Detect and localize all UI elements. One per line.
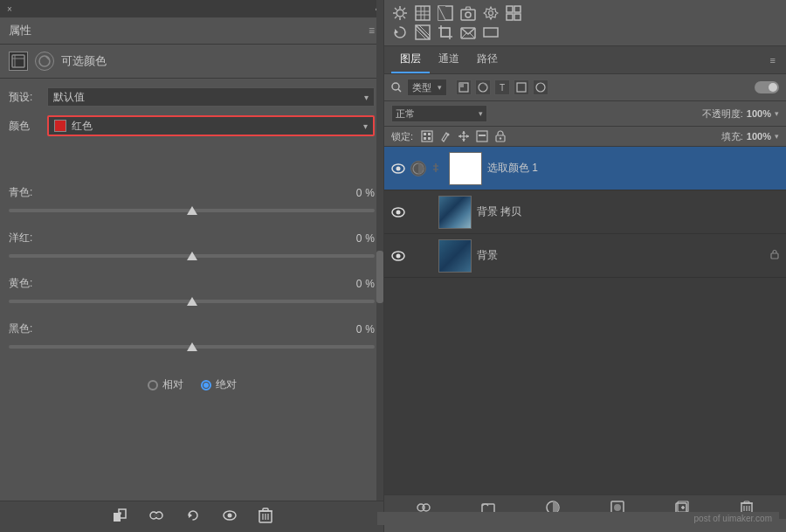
slider-cyan-percent: %	[365, 187, 375, 199]
lock-all-icon[interactable]	[493, 129, 507, 143]
close-icon[interactable]: ×	[7, 4, 12, 14]
lock-move-icon[interactable]	[457, 129, 471, 143]
crop-icon[interactable]	[437, 24, 454, 40]
sun-icon[interactable]	[391, 5, 409, 21]
delete-button[interactable]	[255, 506, 276, 528]
svg-rect-97	[744, 501, 749, 503]
reset-button[interactable]	[182, 506, 204, 528]
filter-shape-icon[interactable]	[514, 79, 529, 95]
panel-menu-icon[interactable]: ≡	[369, 24, 375, 37]
right-panel: 图层 通道 路径 ≡ 类型 ▾	[384, 0, 786, 532]
filter-toggle[interactable]	[755, 81, 779, 93]
svg-rect-0	[12, 55, 24, 67]
slider-yellow-percent: %	[365, 278, 375, 290]
svg-rect-37	[507, 6, 513, 12]
tab-paths[interactable]: 路径	[468, 46, 507, 73]
adj-icon-1[interactable]	[9, 52, 28, 71]
svg-point-75	[396, 166, 401, 170]
layer-thumbnail-bg	[438, 239, 472, 273]
left-panel-scrollbar-thumb[interactable]	[376, 251, 383, 303]
svg-point-51	[392, 83, 399, 90]
app-grid-icon[interactable]	[505, 5, 522, 21]
color-row: 颜色 红色 ▾	[9, 115, 375, 136]
opacity-value[interactable]: 100%	[747, 108, 771, 119]
adj-icon-2[interactable]	[35, 52, 54, 71]
preset-arrow: ▾	[364, 93, 369, 102]
svg-point-11	[227, 514, 231, 518]
diagonal-gradient-icon[interactable]	[414, 24, 431, 40]
rotate-icon[interactable]	[391, 24, 409, 40]
color-select-wrapper: 红色 ▾	[47, 115, 375, 136]
camera-icon[interactable]	[459, 5, 477, 21]
slider-magenta-track-wrapper[interactable]	[9, 248, 375, 264]
layer-visibility-1[interactable]	[391, 162, 405, 176]
filter-icons-group: T	[456, 79, 548, 95]
slider-magenta-label: 洋红:	[9, 231, 32, 245]
layer-thumbnail-bg-copy	[438, 196, 472, 229]
filter-adjustment-icon[interactable]	[475, 79, 491, 95]
fill-value[interactable]: 100%	[747, 131, 771, 142]
radio-relative-label: 相对	[162, 377, 183, 392]
slider-yellow-value: 0	[335, 278, 362, 290]
opacity-label: 不透明度:	[702, 107, 743, 121]
filter-pixel-icon[interactable]	[456, 79, 472, 95]
svg-rect-54	[459, 83, 464, 87]
lock-pixels-icon[interactable]	[420, 129, 434, 143]
rect-icon[interactable]	[482, 24, 500, 40]
tab-channels[interactable]: 通道	[430, 46, 468, 73]
blend-mode-select[interactable]: 正常 ▾	[391, 105, 487, 122]
slider-cyan-track-wrapper[interactable]	[9, 203, 375, 218]
lock-paint-icon[interactable]	[438, 129, 452, 143]
clip-to-layer-button[interactable]	[108, 506, 131, 528]
svg-point-18	[396, 10, 403, 17]
lock-artboard-icon[interactable]	[475, 129, 489, 143]
slider-black-value: 0	[335, 323, 362, 335]
grid-image-icon[interactable]	[414, 5, 431, 21]
slider-black-thumb[interactable]	[187, 342, 197, 351]
slider-yellow-track	[9, 300, 375, 303]
svg-marker-66	[462, 131, 465, 134]
svg-rect-71	[479, 135, 486, 136]
color-select[interactable]: 红色 ▾	[47, 115, 375, 136]
post-credit: post of uimaker.com	[377, 512, 779, 525]
mask-link-button[interactable]	[145, 506, 168, 528]
left-panel-scrollbar[interactable]	[376, 0, 383, 501]
slider-black-track-wrapper[interactable]	[9, 339, 375, 355]
filter-smart-icon[interactable]	[533, 79, 548, 95]
slider-cyan-thumb[interactable]	[187, 206, 197, 215]
slider-yellow-label: 黄色:	[9, 276, 32, 291]
layers-panel-menu-icon[interactable]: ≡	[770, 55, 779, 66]
layer-item-background-copy[interactable]: 背景 拷贝	[384, 190, 786, 234]
layer-item-selective-color[interactable]: 选取颜色 1	[384, 147, 786, 190]
svg-rect-4	[114, 513, 121, 522]
slider-yellow-thumb[interactable]	[187, 297, 197, 306]
filter-text-icon[interactable]: T	[494, 79, 510, 95]
svg-point-81	[396, 210, 401, 214]
radio-absolute[interactable]: 绝对	[201, 377, 237, 392]
preset-select[interactable]: 默认值 ▾	[47, 87, 375, 107]
svg-rect-8	[154, 514, 159, 517]
split-image-icon[interactable]	[437, 5, 454, 21]
layer-visibility-2[interactable]	[391, 205, 405, 219]
layer-list: 选取颜色 1 背景 拷贝	[384, 147, 786, 494]
slider-cyan: 青色: 0 %	[9, 185, 375, 218]
tab-layers[interactable]: 图层	[391, 46, 430, 73]
svg-rect-34	[461, 10, 475, 20]
svg-rect-27	[416, 6, 430, 20]
mail-icon[interactable]	[459, 24, 477, 40]
layer-visibility-3[interactable]	[391, 249, 405, 263]
layer-item-background[interactable]: 背景	[384, 234, 786, 278]
slider-black-percent: %	[365, 323, 375, 335]
svg-rect-62	[428, 137, 431, 140]
search-icon	[391, 82, 402, 93]
radio-relative[interactable]: 相对	[148, 377, 183, 392]
color-label: 颜色	[9, 119, 42, 134]
filter-type-select[interactable]: 类型 ▾	[407, 79, 447, 96]
slider-yellow-track-wrapper[interactable]	[9, 294, 375, 309]
visibility-toggle-button[interactable]	[218, 506, 241, 528]
svg-line-23	[395, 8, 397, 10]
icon-row-1	[391, 5, 779, 21]
radio-absolute-circle	[201, 380, 211, 390]
gear-icon[interactable]	[482, 5, 500, 21]
slider-magenta-thumb[interactable]	[187, 252, 197, 260]
